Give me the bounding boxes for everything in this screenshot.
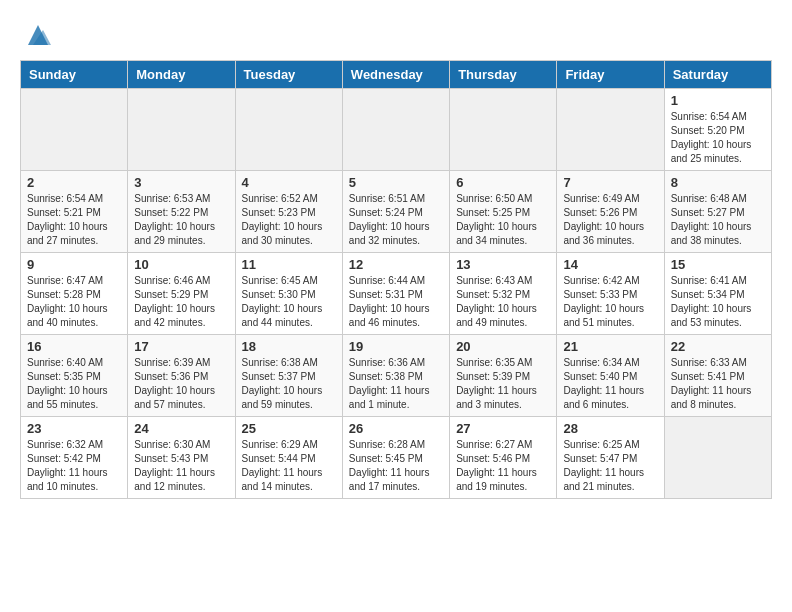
day-info: Sunrise: 6:48 AM Sunset: 5:27 PM Dayligh… [671,192,765,248]
day-info: Sunrise: 6:49 AM Sunset: 5:26 PM Dayligh… [563,192,657,248]
calendar-cell: 11Sunrise: 6:45 AM Sunset: 5:30 PM Dayli… [235,253,342,335]
day-number: 13 [456,257,550,272]
calendar-week-row: 16Sunrise: 6:40 AM Sunset: 5:35 PM Dayli… [21,335,772,417]
day-number: 2 [27,175,121,190]
day-number: 7 [563,175,657,190]
calendar-week-row: 23Sunrise: 6:32 AM Sunset: 5:42 PM Dayli… [21,417,772,499]
calendar-cell: 5Sunrise: 6:51 AM Sunset: 5:24 PM Daylig… [342,171,449,253]
day-info: Sunrise: 6:51 AM Sunset: 5:24 PM Dayligh… [349,192,443,248]
calendar-cell: 13Sunrise: 6:43 AM Sunset: 5:32 PM Dayli… [450,253,557,335]
calendar-cell: 4Sunrise: 6:52 AM Sunset: 5:23 PM Daylig… [235,171,342,253]
day-number: 12 [349,257,443,272]
calendar-cell: 7Sunrise: 6:49 AM Sunset: 5:26 PM Daylig… [557,171,664,253]
calendar-cell: 20Sunrise: 6:35 AM Sunset: 5:39 PM Dayli… [450,335,557,417]
calendar-cell [557,89,664,171]
day-info: Sunrise: 6:28 AM Sunset: 5:45 PM Dayligh… [349,438,443,494]
day-number: 5 [349,175,443,190]
day-info: Sunrise: 6:44 AM Sunset: 5:31 PM Dayligh… [349,274,443,330]
calendar-cell: 27Sunrise: 6:27 AM Sunset: 5:46 PM Dayli… [450,417,557,499]
day-number: 6 [456,175,550,190]
calendar-cell: 24Sunrise: 6:30 AM Sunset: 5:43 PM Dayli… [128,417,235,499]
calendar-cell: 26Sunrise: 6:28 AM Sunset: 5:45 PM Dayli… [342,417,449,499]
calendar-week-row: 9Sunrise: 6:47 AM Sunset: 5:28 PM Daylig… [21,253,772,335]
day-info: Sunrise: 6:52 AM Sunset: 5:23 PM Dayligh… [242,192,336,248]
calendar-cell: 21Sunrise: 6:34 AM Sunset: 5:40 PM Dayli… [557,335,664,417]
day-number: 15 [671,257,765,272]
calendar-cell: 3Sunrise: 6:53 AM Sunset: 5:22 PM Daylig… [128,171,235,253]
day-number: 4 [242,175,336,190]
calendar-cell [342,89,449,171]
day-of-week-header: Sunday [21,61,128,89]
calendar-table: SundayMondayTuesdayWednesdayThursdayFrid… [20,60,772,499]
day-info: Sunrise: 6:25 AM Sunset: 5:47 PM Dayligh… [563,438,657,494]
calendar-cell: 28Sunrise: 6:25 AM Sunset: 5:47 PM Dayli… [557,417,664,499]
day-number: 25 [242,421,336,436]
day-info: Sunrise: 6:54 AM Sunset: 5:20 PM Dayligh… [671,110,765,166]
calendar-cell [664,417,771,499]
calendar-cell [235,89,342,171]
calendar-cell: 17Sunrise: 6:39 AM Sunset: 5:36 PM Dayli… [128,335,235,417]
day-info: Sunrise: 6:34 AM Sunset: 5:40 PM Dayligh… [563,356,657,412]
day-info: Sunrise: 6:46 AM Sunset: 5:29 PM Dayligh… [134,274,228,330]
day-info: Sunrise: 6:39 AM Sunset: 5:36 PM Dayligh… [134,356,228,412]
day-of-week-header: Thursday [450,61,557,89]
calendar-cell: 23Sunrise: 6:32 AM Sunset: 5:42 PM Dayli… [21,417,128,499]
day-number: 17 [134,339,228,354]
calendar-cell [128,89,235,171]
day-number: 16 [27,339,121,354]
calendar-cell: 16Sunrise: 6:40 AM Sunset: 5:35 PM Dayli… [21,335,128,417]
day-info: Sunrise: 6:54 AM Sunset: 5:21 PM Dayligh… [27,192,121,248]
day-info: Sunrise: 6:40 AM Sunset: 5:35 PM Dayligh… [27,356,121,412]
day-number: 11 [242,257,336,272]
day-of-week-header: Saturday [664,61,771,89]
day-info: Sunrise: 6:27 AM Sunset: 5:46 PM Dayligh… [456,438,550,494]
day-info: Sunrise: 6:33 AM Sunset: 5:41 PM Dayligh… [671,356,765,412]
calendar-cell: 15Sunrise: 6:41 AM Sunset: 5:34 PM Dayli… [664,253,771,335]
calendar-week-row: 1Sunrise: 6:54 AM Sunset: 5:20 PM Daylig… [21,89,772,171]
calendar-cell: 8Sunrise: 6:48 AM Sunset: 5:27 PM Daylig… [664,171,771,253]
day-number: 22 [671,339,765,354]
day-number: 18 [242,339,336,354]
day-number: 21 [563,339,657,354]
day-number: 8 [671,175,765,190]
day-of-week-header: Monday [128,61,235,89]
day-info: Sunrise: 6:45 AM Sunset: 5:30 PM Dayligh… [242,274,336,330]
day-info: Sunrise: 6:36 AM Sunset: 5:38 PM Dayligh… [349,356,443,412]
day-number: 28 [563,421,657,436]
calendar-cell: 25Sunrise: 6:29 AM Sunset: 5:44 PM Dayli… [235,417,342,499]
day-of-week-header: Friday [557,61,664,89]
day-info: Sunrise: 6:30 AM Sunset: 5:43 PM Dayligh… [134,438,228,494]
day-number: 26 [349,421,443,436]
day-info: Sunrise: 6:38 AM Sunset: 5:37 PM Dayligh… [242,356,336,412]
day-number: 1 [671,93,765,108]
calendar-cell: 19Sunrise: 6:36 AM Sunset: 5:38 PM Dayli… [342,335,449,417]
calendar-cell: 9Sunrise: 6:47 AM Sunset: 5:28 PM Daylig… [21,253,128,335]
day-info: Sunrise: 6:50 AM Sunset: 5:25 PM Dayligh… [456,192,550,248]
calendar-cell: 18Sunrise: 6:38 AM Sunset: 5:37 PM Dayli… [235,335,342,417]
day-info: Sunrise: 6:53 AM Sunset: 5:22 PM Dayligh… [134,192,228,248]
day-of-week-header: Tuesday [235,61,342,89]
day-info: Sunrise: 6:42 AM Sunset: 5:33 PM Dayligh… [563,274,657,330]
day-info: Sunrise: 6:43 AM Sunset: 5:32 PM Dayligh… [456,274,550,330]
day-number: 3 [134,175,228,190]
day-number: 14 [563,257,657,272]
day-info: Sunrise: 6:47 AM Sunset: 5:28 PM Dayligh… [27,274,121,330]
calendar-cell [21,89,128,171]
day-info: Sunrise: 6:32 AM Sunset: 5:42 PM Dayligh… [27,438,121,494]
day-number: 23 [27,421,121,436]
day-number: 19 [349,339,443,354]
day-number: 27 [456,421,550,436]
logo-icon [23,20,53,50]
day-info: Sunrise: 6:41 AM Sunset: 5:34 PM Dayligh… [671,274,765,330]
calendar-cell: 22Sunrise: 6:33 AM Sunset: 5:41 PM Dayli… [664,335,771,417]
day-info: Sunrise: 6:29 AM Sunset: 5:44 PM Dayligh… [242,438,336,494]
day-of-week-header: Wednesday [342,61,449,89]
calendar-week-row: 2Sunrise: 6:54 AM Sunset: 5:21 PM Daylig… [21,171,772,253]
page-header [20,20,772,50]
calendar-cell [450,89,557,171]
logo [20,20,53,50]
day-number: 24 [134,421,228,436]
calendar-cell: 2Sunrise: 6:54 AM Sunset: 5:21 PM Daylig… [21,171,128,253]
day-number: 10 [134,257,228,272]
calendar-cell: 10Sunrise: 6:46 AM Sunset: 5:29 PM Dayli… [128,253,235,335]
